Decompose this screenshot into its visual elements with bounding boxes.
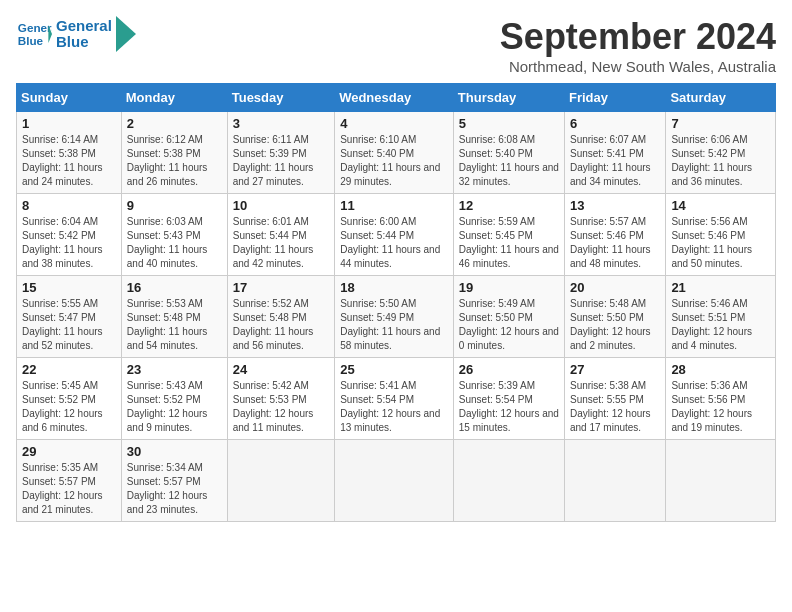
calendar-cell: 29 Sunrise: 5:35 AM Sunset: 5:57 PM Dayl… bbox=[17, 440, 122, 522]
sunset-label: Sunset: 5:54 PM bbox=[340, 394, 414, 405]
calendar-cell bbox=[335, 440, 454, 522]
calendar-cell: 8 Sunrise: 6:04 AM Sunset: 5:42 PM Dayli… bbox=[17, 194, 122, 276]
calendar-cell: 1 Sunrise: 6:14 AM Sunset: 5:38 PM Dayli… bbox=[17, 112, 122, 194]
calendar-cell: 18 Sunrise: 5:50 AM Sunset: 5:49 PM Dayl… bbox=[335, 276, 454, 358]
day-number: 5 bbox=[459, 116, 559, 131]
day-info: Sunrise: 6:04 AM Sunset: 5:42 PM Dayligh… bbox=[22, 215, 116, 271]
sunrise-label: Sunrise: 6:04 AM bbox=[22, 216, 98, 227]
sunrise-label: Sunrise: 5:57 AM bbox=[570, 216, 646, 227]
day-number: 25 bbox=[340, 362, 448, 377]
sunset-label: Sunset: 5:44 PM bbox=[340, 230, 414, 241]
daylight-label: Daylight: 11 hours and 40 minutes. bbox=[127, 244, 208, 269]
calendar-week-row: 29 Sunrise: 5:35 AM Sunset: 5:57 PM Dayl… bbox=[17, 440, 776, 522]
day-number: 16 bbox=[127, 280, 222, 295]
day-info: Sunrise: 5:45 AM Sunset: 5:52 PM Dayligh… bbox=[22, 379, 116, 435]
sunset-label: Sunset: 5:48 PM bbox=[233, 312, 307, 323]
sunrise-label: Sunrise: 6:06 AM bbox=[671, 134, 747, 145]
weekday-header-saturday: Saturday bbox=[666, 84, 776, 112]
daylight-label: Daylight: 11 hours and 34 minutes. bbox=[570, 162, 651, 187]
sunset-label: Sunset: 5:40 PM bbox=[340, 148, 414, 159]
daylight-label: Daylight: 12 hours and 13 minutes. bbox=[340, 408, 440, 433]
day-info: Sunrise: 5:53 AM Sunset: 5:48 PM Dayligh… bbox=[127, 297, 222, 353]
calendar-cell: 21 Sunrise: 5:46 AM Sunset: 5:51 PM Dayl… bbox=[666, 276, 776, 358]
daylight-label: Daylight: 12 hours and 6 minutes. bbox=[22, 408, 103, 433]
location-title: Northmead, New South Wales, Australia bbox=[500, 58, 776, 75]
sunset-label: Sunset: 5:55 PM bbox=[570, 394, 644, 405]
sunrise-label: Sunrise: 6:14 AM bbox=[22, 134, 98, 145]
sunrise-label: Sunrise: 5:48 AM bbox=[570, 298, 646, 309]
calendar-week-row: 15 Sunrise: 5:55 AM Sunset: 5:47 PM Dayl… bbox=[17, 276, 776, 358]
day-info: Sunrise: 5:52 AM Sunset: 5:48 PM Dayligh… bbox=[233, 297, 329, 353]
logo: General Blue General Blue bbox=[16, 16, 136, 52]
day-info: Sunrise: 5:43 AM Sunset: 5:52 PM Dayligh… bbox=[127, 379, 222, 435]
sunset-label: Sunset: 5:39 PM bbox=[233, 148, 307, 159]
sunset-label: Sunset: 5:38 PM bbox=[22, 148, 96, 159]
calendar-cell: 12 Sunrise: 5:59 AM Sunset: 5:45 PM Dayl… bbox=[453, 194, 564, 276]
day-info: Sunrise: 6:06 AM Sunset: 5:42 PM Dayligh… bbox=[671, 133, 770, 189]
title-area: September 2024 Northmead, New South Wale… bbox=[500, 16, 776, 75]
calendar-cell: 10 Sunrise: 6:01 AM Sunset: 5:44 PM Dayl… bbox=[227, 194, 334, 276]
sunset-label: Sunset: 5:57 PM bbox=[127, 476, 201, 487]
daylight-label: Daylight: 11 hours and 54 minutes. bbox=[127, 326, 208, 351]
day-number: 21 bbox=[671, 280, 770, 295]
weekday-header-friday: Friday bbox=[564, 84, 665, 112]
day-number: 3 bbox=[233, 116, 329, 131]
day-info: Sunrise: 6:01 AM Sunset: 5:44 PM Dayligh… bbox=[233, 215, 329, 271]
header: General Blue General Blue September 2024… bbox=[16, 16, 776, 75]
sunset-label: Sunset: 5:47 PM bbox=[22, 312, 96, 323]
svg-text:Blue: Blue bbox=[18, 34, 44, 47]
daylight-label: Daylight: 11 hours and 42 minutes. bbox=[233, 244, 314, 269]
logo-icon: General Blue bbox=[16, 16, 52, 52]
day-number: 6 bbox=[570, 116, 660, 131]
day-number: 15 bbox=[22, 280, 116, 295]
daylight-label: Daylight: 12 hours and 9 minutes. bbox=[127, 408, 208, 433]
sunrise-label: Sunrise: 6:03 AM bbox=[127, 216, 203, 227]
day-info: Sunrise: 6:07 AM Sunset: 5:41 PM Dayligh… bbox=[570, 133, 660, 189]
day-number: 2 bbox=[127, 116, 222, 131]
day-number: 18 bbox=[340, 280, 448, 295]
logo-arrow-icon bbox=[116, 16, 136, 52]
day-number: 10 bbox=[233, 198, 329, 213]
day-number: 29 bbox=[22, 444, 116, 459]
sunset-label: Sunset: 5:52 PM bbox=[127, 394, 201, 405]
calendar-table: SundayMondayTuesdayWednesdayThursdayFrid… bbox=[16, 83, 776, 522]
sunrise-label: Sunrise: 6:11 AM bbox=[233, 134, 309, 145]
day-info: Sunrise: 6:08 AM Sunset: 5:40 PM Dayligh… bbox=[459, 133, 559, 189]
month-title: September 2024 bbox=[500, 16, 776, 58]
sunrise-label: Sunrise: 6:01 AM bbox=[233, 216, 309, 227]
calendar-cell: 9 Sunrise: 6:03 AM Sunset: 5:43 PM Dayli… bbox=[121, 194, 227, 276]
sunrise-label: Sunrise: 6:12 AM bbox=[127, 134, 203, 145]
day-number: 9 bbox=[127, 198, 222, 213]
sunset-label: Sunset: 5:46 PM bbox=[570, 230, 644, 241]
calendar-cell bbox=[453, 440, 564, 522]
day-info: Sunrise: 5:34 AM Sunset: 5:57 PM Dayligh… bbox=[127, 461, 222, 517]
day-info: Sunrise: 5:41 AM Sunset: 5:54 PM Dayligh… bbox=[340, 379, 448, 435]
calendar-cell bbox=[564, 440, 665, 522]
calendar-cell: 16 Sunrise: 5:53 AM Sunset: 5:48 PM Dayl… bbox=[121, 276, 227, 358]
calendar-cell: 19 Sunrise: 5:49 AM Sunset: 5:50 PM Dayl… bbox=[453, 276, 564, 358]
daylight-label: Daylight: 12 hours and 11 minutes. bbox=[233, 408, 314, 433]
calendar-cell: 15 Sunrise: 5:55 AM Sunset: 5:47 PM Dayl… bbox=[17, 276, 122, 358]
daylight-label: Daylight: 11 hours and 29 minutes. bbox=[340, 162, 440, 187]
svg-text:General: General bbox=[18, 21, 52, 34]
day-number: 22 bbox=[22, 362, 116, 377]
weekday-header-thursday: Thursday bbox=[453, 84, 564, 112]
calendar-cell: 14 Sunrise: 5:56 AM Sunset: 5:46 PM Dayl… bbox=[666, 194, 776, 276]
day-number: 27 bbox=[570, 362, 660, 377]
day-info: Sunrise: 5:38 AM Sunset: 5:55 PM Dayligh… bbox=[570, 379, 660, 435]
weekday-header-tuesday: Tuesday bbox=[227, 84, 334, 112]
day-number: 28 bbox=[671, 362, 770, 377]
day-number: 24 bbox=[233, 362, 329, 377]
calendar-cell: 4 Sunrise: 6:10 AM Sunset: 5:40 PM Dayli… bbox=[335, 112, 454, 194]
sunset-label: Sunset: 5:52 PM bbox=[22, 394, 96, 405]
day-info: Sunrise: 5:39 AM Sunset: 5:54 PM Dayligh… bbox=[459, 379, 559, 435]
weekday-header-sunday: Sunday bbox=[17, 84, 122, 112]
sunrise-label: Sunrise: 6:00 AM bbox=[340, 216, 416, 227]
calendar-cell: 7 Sunrise: 6:06 AM Sunset: 5:42 PM Dayli… bbox=[666, 112, 776, 194]
daylight-label: Daylight: 11 hours and 32 minutes. bbox=[459, 162, 559, 187]
sunrise-label: Sunrise: 5:46 AM bbox=[671, 298, 747, 309]
calendar-cell: 5 Sunrise: 6:08 AM Sunset: 5:40 PM Dayli… bbox=[453, 112, 564, 194]
day-info: Sunrise: 5:36 AM Sunset: 5:56 PM Dayligh… bbox=[671, 379, 770, 435]
daylight-label: Daylight: 12 hours and 2 minutes. bbox=[570, 326, 651, 351]
sunrise-label: Sunrise: 5:56 AM bbox=[671, 216, 747, 227]
